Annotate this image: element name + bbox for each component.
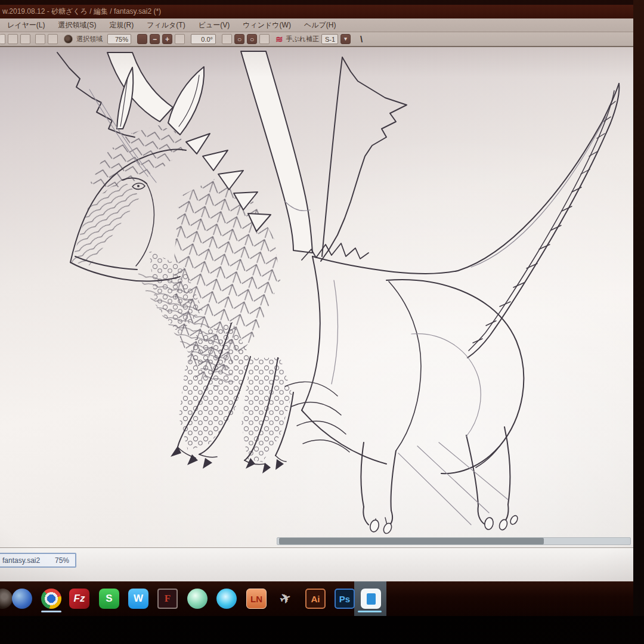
toolbar-button-3[interactable]: [35, 34, 45, 44]
menu-layer[interactable]: レイヤー(L): [7, 20, 45, 30]
document-tab-filename: fantasy.sai2: [2, 556, 40, 565]
taskbar-item-blue-orb[interactable]: [8, 588, 36, 609]
taskbar-item-gray-plane[interactable]: ✈: [271, 588, 300, 609]
taskbar: Fz S W F LN ✈ Ai Ps: [0, 581, 644, 616]
stabilizer-dropdown-button[interactable]: ▾: [340, 34, 351, 44]
taskbar-item-blue-w[interactable]: W: [124, 588, 153, 609]
title-bar: w.2019.08.12 - 砂糖ざくろ / 編集 / fantasy.sai2…: [0, 5, 633, 18]
toolbar-button-partial[interactable]: [0, 34, 5, 44]
gray-plane-icon: ✈: [273, 586, 299, 612]
taskbar-item-green-s[interactable]: S: [95, 588, 123, 609]
window-title: w.2019.08.12 - 砂糖ざくろ / 編集 / fantasy.sai2…: [2, 7, 161, 16]
photoshop-icon: Ps: [335, 589, 355, 609]
monitor-bezel-top: [0, 0, 644, 5]
toolbar: 選択領域 75% − + 0.0° ○ ○ ≋ 手ぶれ補正 S-1 ▾ \: [0, 32, 633, 47]
taskbar-item-sai2[interactable]: [357, 588, 385, 609]
selection-visibility-eye-icon[interactable]: [64, 35, 73, 44]
zoom-reset-button[interactable]: [137, 34, 147, 44]
menu-view[interactable]: ビュー(V): [199, 20, 230, 30]
illustrator-icon: Ai: [305, 589, 326, 609]
monitor-bezel-bottom: [0, 616, 644, 644]
stabilizer-label: 手ぶれ補正: [286, 35, 320, 44]
taskbar-item-ln[interactable]: LN: [242, 588, 271, 609]
rotate-ccw-button[interactable]: ○: [234, 34, 244, 44]
canvas-hscrollbar-thumb[interactable]: [279, 538, 544, 544]
blue-sphere-icon: [216, 589, 237, 609]
chrome-running-indicator: [41, 611, 61, 612]
canvas-artwork: [0, 47, 633, 547]
teal-globe-icon: [187, 589, 208, 609]
document-tab-zoom: 75%: [55, 556, 69, 565]
blue-orb-icon: [12, 589, 32, 609]
taskbar-item-teal-globe[interactable]: [183, 588, 212, 609]
menu-filter[interactable]: フィルタ(T): [147, 20, 185, 30]
zoom-fit-button[interactable]: [175, 34, 185, 44]
taskbar-item-chrome[interactable]: [37, 588, 66, 609]
chrome-icon: [41, 589, 61, 609]
menu-help[interactable]: ヘルプ(H): [304, 20, 336, 30]
angle-reset-button[interactable]: [222, 34, 232, 44]
taskbar-item-dark-f[interactable]: F: [153, 588, 182, 609]
selection-label: 選択領域: [76, 35, 103, 44]
dark-f-icon: F: [157, 589, 178, 609]
toolbar-button-1[interactable]: [8, 34, 18, 44]
toolbar-button-4[interactable]: [48, 34, 58, 44]
menu-ruler[interactable]: 定規(R): [110, 20, 134, 30]
green-s-icon: S: [99, 589, 119, 609]
sai2-icon: [361, 589, 381, 609]
dragon-scale-textures: [72, 125, 292, 462]
menu-window[interactable]: ウィンドウ(W): [243, 20, 291, 30]
monitor-bezel-right: [633, 0, 644, 616]
dragon-outline: [57, 52, 619, 535]
taskbar-item-filezilla[interactable]: Fz: [65, 588, 94, 609]
stabilizer-icon: ≋: [275, 34, 283, 45]
stabilizer-value-field[interactable]: S-1: [321, 34, 338, 44]
document-tab-bar: fantasy.sai2 75%: [0, 547, 633, 582]
ln-app-icon: LN: [246, 589, 267, 609]
stroke-preview-icon: \: [360, 34, 363, 44]
rotate-cw-button[interactable]: ○: [247, 34, 257, 44]
zoom-out-button[interactable]: −: [150, 34, 160, 44]
monitor-photo: w.2019.08.12 - 砂糖ざくろ / 編集 / fantasy.sai2…: [0, 0, 644, 644]
angle-value-field[interactable]: 0.0°: [191, 34, 216, 44]
blue-w-icon: W: [128, 589, 148, 609]
menu-bar: レイヤー(L) 選択領域(S) 定規(R) フィルタ(T) ビュー(V) ウィン…: [0, 18, 633, 32]
taskbar-item-photoshop[interactable]: Ps: [330, 588, 359, 609]
toolbar-button-2[interactable]: [20, 34, 30, 44]
taskbar-item-illustrator[interactable]: Ai: [301, 588, 330, 609]
zoom-value-field[interactable]: 75%: [107, 34, 131, 44]
document-tab[interactable]: fantasy.sai2 75%: [0, 553, 76, 568]
filezilla-icon: Fz: [69, 589, 89, 609]
menu-selection[interactable]: 選択領域(S): [58, 20, 97, 30]
zoom-in-button[interactable]: +: [162, 34, 172, 44]
sai2-running-indicator: [358, 611, 382, 612]
taskbar-item-blue-sphere[interactable]: [212, 588, 241, 609]
canvas-area[interactable]: [0, 47, 633, 547]
flip-button[interactable]: [259, 34, 270, 44]
